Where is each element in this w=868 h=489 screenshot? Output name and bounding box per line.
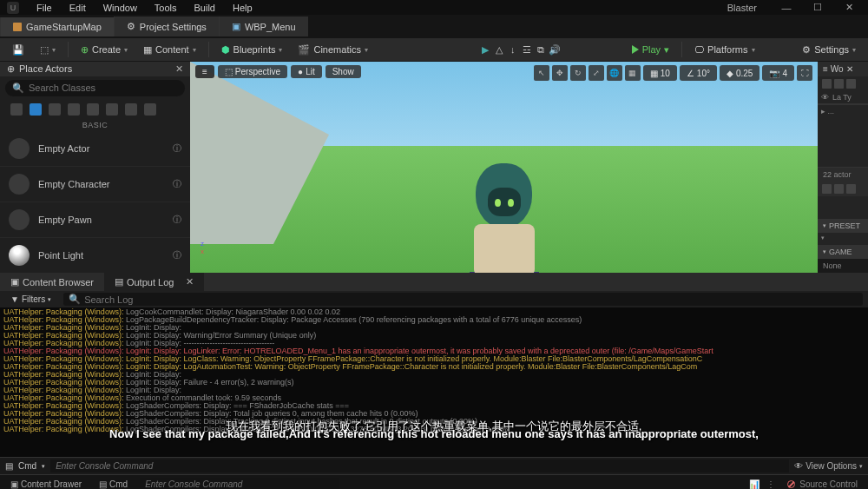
grid-snap-value[interactable]: ▦ 10 bbox=[643, 65, 677, 81]
details-icon[interactable] bbox=[822, 184, 832, 194]
console-command-input[interactable] bbox=[50, 459, 789, 472]
tool-d-icon[interactable]: ☲ bbox=[521, 43, 533, 56]
main-toolbar: 💾 ⬚▾ ⊕Create▾ ▦Content▾ ⬢Blueprints▾ 🎬Ci… bbox=[0, 38, 868, 62]
none-value: None bbox=[818, 259, 868, 273]
perspective-dropdown[interactable]: ⬚Perspective bbox=[218, 65, 287, 78]
create-dropdown[interactable]: ⊕Create▾ bbox=[74, 41, 135, 59]
view-options-dropdown[interactable]: 👁View Options▾ bbox=[794, 461, 863, 471]
cmd-icon: ▤ bbox=[99, 479, 107, 489]
info-icon[interactable]: ⓘ bbox=[173, 178, 181, 190]
modes-icon: ⬚ bbox=[40, 44, 49, 56]
search-classes-input[interactable] bbox=[29, 83, 178, 93]
search-icon[interactable] bbox=[822, 79, 832, 89]
search-classes-box[interactable]: 🔍 bbox=[5, 80, 185, 96]
scene-character bbox=[457, 163, 552, 273]
more-icon[interactable]: ⋮ bbox=[766, 479, 775, 489]
mode-vfx-icon[interactable] bbox=[106, 103, 118, 116]
play-button[interactable]: Play▾ bbox=[625, 41, 676, 59]
tab-wbp-menu[interactable]: ▣ WBP_Menu bbox=[219, 17, 308, 36]
lit-dropdown[interactable]: ●Lit bbox=[291, 65, 322, 78]
gear-icon[interactable] bbox=[846, 79, 856, 89]
select-tool[interactable]: ↖ bbox=[534, 65, 549, 81]
close-icon[interactable]: ✕ bbox=[186, 276, 194, 287]
camera-speed[interactable]: 📷 4 bbox=[762, 65, 794, 81]
content-browser-tab[interactable]: ▣Content Browser bbox=[0, 273, 104, 291]
tool-b-icon[interactable]: △ bbox=[493, 43, 505, 56]
menu-build[interactable]: Build bbox=[186, 0, 224, 16]
folder-icon[interactable] bbox=[834, 79, 844, 89]
menu-help[interactable]: Help bbox=[224, 0, 261, 16]
show-dropdown[interactable]: Show bbox=[326, 65, 361, 78]
source-control-button[interactable]: Source Control bbox=[782, 478, 863, 489]
preset-section[interactable]: ▾PRESET bbox=[818, 219, 868, 233]
actor-empty-character[interactable]: Empty Characterⓘ bbox=[0, 167, 190, 202]
minimize-button[interactable]: — bbox=[774, 3, 799, 13]
tool-a-icon[interactable]: ▶ bbox=[479, 43, 491, 56]
modes-dropdown[interactable]: ⬚▾ bbox=[33, 41, 62, 59]
menu-file[interactable]: File bbox=[28, 0, 61, 16]
cmd-label[interactable]: Cmd bbox=[18, 461, 36, 471]
surface-snap-toggle[interactable]: ▦ bbox=[625, 65, 641, 81]
log-content[interactable]: UATHelper: Packaging (Windows): LogCookC… bbox=[0, 307, 868, 457]
mode-all-icon[interactable] bbox=[144, 103, 156, 116]
tool-f-icon[interactable]: 🔊 bbox=[549, 43, 561, 56]
game-section[interactable]: ▾GAME bbox=[818, 245, 868, 259]
mode-recent-icon[interactable] bbox=[10, 103, 23, 116]
info-icon[interactable]: ⓘ bbox=[173, 214, 181, 226]
blueprint-icon: ⬢ bbox=[221, 44, 230, 56]
tool-c-icon[interactable]: ↓ bbox=[507, 43, 519, 56]
close-button[interactable]: ✕ bbox=[837, 2, 861, 13]
panel-header[interactable]: ⊕ Place Actors ✕ bbox=[0, 62, 190, 76]
viewport[interactable]: ≡ ⬚Perspective ●Lit Show ↖ ✥ ↻ ⤢ 🌐 ▦ ▦ 1… bbox=[190, 62, 818, 273]
eye-icon: 👁 bbox=[821, 93, 829, 102]
menu-edit[interactable]: Edit bbox=[61, 0, 95, 16]
tool-e-icon[interactable]: ⧉ bbox=[535, 43, 547, 56]
outliner-tab[interactable]: ≡ Wo ✕ bbox=[818, 62, 868, 76]
actor-empty-pawn[interactable]: Empty Pawnⓘ bbox=[0, 202, 190, 238]
scale-snap-value[interactable]: ◆ 0.25 bbox=[720, 65, 760, 81]
viewport-options-button[interactable]: ≡ bbox=[195, 65, 214, 78]
blueprints-dropdown[interactable]: ⬢Blueprints▾ bbox=[214, 41, 290, 59]
rotate-tool[interactable]: ↻ bbox=[570, 65, 586, 81]
platforms-icon: 🖵 bbox=[694, 44, 704, 55]
translate-tool[interactable]: ✥ bbox=[552, 65, 568, 81]
mode-vol-icon[interactable] bbox=[125, 103, 137, 116]
cmd-button[interactable]: ▤Cmd bbox=[94, 478, 133, 489]
content-button[interactable]: ▦Content▾ bbox=[136, 41, 203, 59]
stats-icon[interactable]: 📊 bbox=[749, 479, 760, 489]
output-log-tab[interactable]: ▤Output Log✕ bbox=[104, 273, 204, 291]
user-name: Blaster bbox=[717, 3, 767, 13]
mode-cine-icon[interactable] bbox=[87, 103, 99, 116]
actor-label: Empty Actor bbox=[38, 143, 89, 154]
actor-list[interactable]: Empty Actorⓘ Empty Characterⓘ Empty Pawn… bbox=[0, 131, 190, 273]
save-button[interactable]: 💾 bbox=[5, 41, 31, 59]
mode-lights-icon[interactable] bbox=[49, 103, 61, 116]
cinematics-dropdown[interactable]: 🎬Cinematics▾ bbox=[291, 41, 374, 59]
star-icon[interactable] bbox=[846, 184, 856, 194]
log-search-box[interactable]: 🔍 bbox=[63, 293, 863, 306]
log-search-input[interactable] bbox=[84, 294, 858, 305]
scale-tool[interactable]: ⤢ bbox=[589, 65, 604, 81]
filters-dropdown[interactable]: ▼Filters▾ bbox=[5, 293, 56, 306]
content-drawer-button[interactable]: ▣Content Drawer bbox=[5, 478, 87, 489]
menu-tools[interactable]: Tools bbox=[146, 0, 186, 16]
world-local-toggle[interactable]: 🌐 bbox=[607, 65, 622, 81]
platforms-dropdown[interactable]: 🖵Platforms▾ bbox=[687, 41, 761, 58]
actor-point-light[interactable]: Point Lightⓘ bbox=[0, 238, 190, 273]
actor-label: Empty Pawn bbox=[38, 215, 92, 225]
grid-icon[interactable] bbox=[834, 184, 844, 194]
panel-close-icon[interactable]: ✕ bbox=[175, 63, 183, 75]
maximize-button[interactable]: ☐ bbox=[806, 2, 830, 13]
menu-window[interactable]: Window bbox=[95, 0, 146, 16]
viewport-maximize[interactable]: ⛶ bbox=[797, 65, 812, 81]
actor-empty-actor[interactable]: Empty Actorⓘ bbox=[0, 131, 190, 167]
tab-gamestartupmap[interactable]: GameStartupMap bbox=[0, 17, 114, 36]
tab-project-settings[interactable]: ⚙ Project Settings bbox=[114, 17, 219, 36]
rotation-snap-value[interactable]: ∠ 10° bbox=[680, 65, 717, 81]
info-icon[interactable]: ⓘ bbox=[173, 249, 181, 261]
settings-dropdown[interactable]: ⚙Settings▾ bbox=[795, 41, 863, 59]
mode-shapes-icon[interactable] bbox=[68, 103, 80, 116]
status-console-input[interactable] bbox=[140, 478, 339, 489]
info-icon[interactable]: ⓘ bbox=[173, 142, 181, 155]
mode-basic-icon[interactable] bbox=[30, 103, 42, 116]
